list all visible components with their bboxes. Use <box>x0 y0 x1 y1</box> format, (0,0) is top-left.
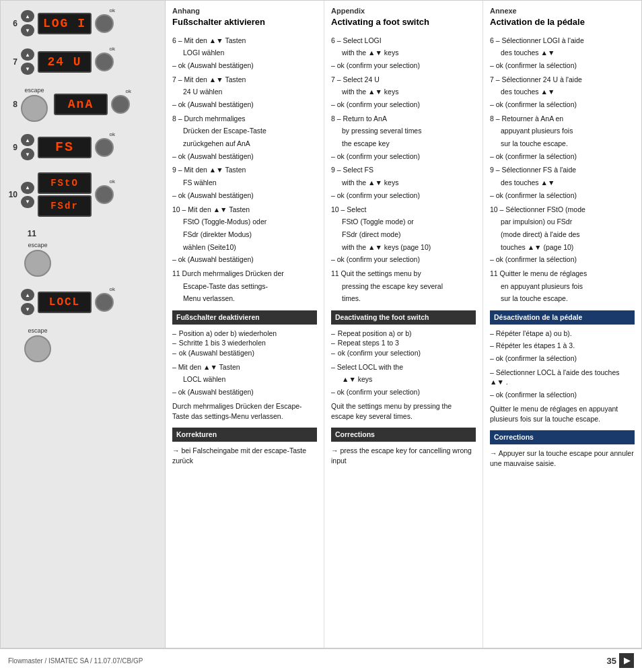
page-num-box: ▶ <box>619 653 634 668</box>
col1-step-9: 9 – Mit den ▲▼ Tasten FS wählen – ok (Au… <box>172 165 317 200</box>
display-10b: FSdr <box>38 195 92 217</box>
col2-header-line1: Appendix <box>331 6 476 16</box>
col2-s7-l3: – ok (confirm your selection) <box>331 100 476 110</box>
col3-corr-text: → Appuyer sur la touche escape pour annu… <box>490 448 635 468</box>
col2-s9-l2: with the ▲▼ keys <box>331 178 476 188</box>
col2-dex3: – ok (confirm your selection) <box>331 387 476 397</box>
col2-dex1: – Select LOCL with the <box>331 362 476 372</box>
col3-s8-l1: 8 – Retourner à AnA en <box>490 114 635 124</box>
display-locl: LOCL <box>38 292 92 313</box>
col2-deact-extra: – Select LOCL with the ▲▼ keys – ok (con… <box>331 362 476 397</box>
escape-btn-11[interactable] <box>24 250 51 277</box>
col1-header-line2: Fußschalter aktivieren <box>172 16 317 28</box>
col1-deact-b1: –Position a) oder b) wiederholen <box>172 329 317 339</box>
display-8: AnA <box>54 94 108 115</box>
ok-wrap-8: ok <box>111 95 130 114</box>
col1-s8-l1: 8 – Durch mehrmaliges <box>172 114 317 124</box>
row-number-6: 6 <box>5 19 17 28</box>
col3-s9-l3: – ok (confirmer la sélection) <box>490 191 635 201</box>
up-btn-10[interactable]: ▲ <box>21 182 34 194</box>
col2-s10-l4: with the ▲▼ keys (page 10) <box>331 242 476 253</box>
col2-deact-b2: –Repeat steps 1 to 3 <box>331 338 476 348</box>
col3-step-8: 8 – Retourner à AnA en appuyant plusieur… <box>490 114 635 162</box>
down-btn-10[interactable]: ▼ <box>21 196 34 208</box>
ok-btn-7[interactable] <box>95 53 114 71</box>
col1-header: Anhang Fußschalter aktivieren <box>172 6 317 29</box>
device-row-10: 10 ▲ ▼ FStO FSdr ok <box>4 170 162 220</box>
down-btn-locl[interactable]: ▼ <box>21 303 34 315</box>
col1-deact-b2: –Schritte 1 bis 3 wiederholen <box>172 338 317 348</box>
double-display-10: FStO FSdr <box>38 172 92 217</box>
col3-deact-b1: – Répéter l'étape a) ou b). <box>490 329 635 339</box>
col3-s9-l2: des touches ▲▼ <box>490 178 635 188</box>
col1-s6-l3: – ok (Auswahl bestätigen) <box>172 61 317 71</box>
content-area: Anhang Fußschalter aktivieren 6 – Mit de… <box>166 1 641 648</box>
row-number-7: 7 <box>5 57 17 67</box>
col1-s11-l3: Menu verlassen. <box>172 294 317 304</box>
col3-step-10: 10 – Sélectionner FStO (mode par impulsi… <box>490 205 635 265</box>
col1-s10-l1: 10 – Mit den ▲▼ Tasten <box>172 205 317 215</box>
col2-s10-l5: – ok (confirm your selection) <box>331 255 476 265</box>
device-row-11: 11 escape <box>4 226 162 279</box>
col3-deactivate-title: Désactivation de la pédale <box>490 310 635 325</box>
escape-btn-final[interactable] <box>24 335 51 362</box>
ok-label-7: ok <box>110 46 115 52</box>
col1-s6-l1: 6 – Mit den ▲▼ Tasten <box>172 36 317 46</box>
col1-s8-l4: – ok (Auswahl bestätigen) <box>172 152 317 162</box>
col1-s11-l2: Escape-Taste das settings- <box>172 281 317 292</box>
col2-deact-para: Quit the settings menu by pressing the e… <box>331 401 476 421</box>
ok-btn-10[interactable] <box>95 185 114 204</box>
col1-step-6: 6 – Mit den ▲▼ Tasten LOGI wählen – ok (… <box>172 36 317 71</box>
col1-deact-para: Durch mehrmaliges Drücken der Escape-Tas… <box>172 401 317 421</box>
col3-s10-l4: touches ▲▼ (page 10) <box>490 242 635 253</box>
col3-step-11: 11 Quitter le menu de réglages en appuya… <box>490 269 635 304</box>
ok-btn-8[interactable] <box>111 95 130 114</box>
ok-btn-6[interactable] <box>95 14 114 33</box>
col1-dex2: LOCL wählen <box>172 374 317 384</box>
ok-btn-9[interactable] <box>95 138 114 157</box>
footer-left: Flowmaster / ISMATEC SA / 11.07.07/CB/GP <box>8 657 143 665</box>
col1-corrections-title: Korrekturen <box>172 428 317 442</box>
col3-deact-extra: – Sélectionner LOCL à l'aide des touches… <box>490 368 635 400</box>
ok-wrap-6: ok <box>95 14 114 33</box>
up-btn-6[interactable]: ▲ <box>21 10 34 22</box>
device-row-9: 9 ▲ ▼ FS ok <box>4 131 162 163</box>
col2-s6-l1: 6 – Select LOGI <box>331 36 476 46</box>
col-french: Annexe Activation de la pédale 6 – Sélec… <box>483 1 641 648</box>
down-btn-7[interactable]: ▼ <box>21 63 34 75</box>
col1-s7-l3: – ok (Auswahl bestätigen) <box>172 100 317 110</box>
col3-header: Annexe Activation de la pédale <box>490 6 635 29</box>
col2-step-7: 7 – Select 24 U with the ▲▼ keys – ok (c… <box>331 75 476 110</box>
col1-dex1: – Mit den ▲▼ Tasten <box>172 362 317 372</box>
col1-corrections-text: → bei Falscheingabe mit der escape-Taste… <box>172 446 317 465</box>
col2-s10-l3: FSdr (direct mode) <box>331 230 476 240</box>
col3-header-line2: Activation de la pédale <box>490 16 635 28</box>
page-number: 35 ▶ <box>607 653 634 668</box>
col2-s8-l4: – ok (confirm your selection) <box>331 152 476 162</box>
col3-s8-l4: – ok (confirmer la sélection) <box>490 152 635 162</box>
col2-corrections-title: Corrections <box>331 428 476 442</box>
ok-btn-locl[interactable] <box>95 293 114 312</box>
col3-s11-l2: en appuyant plusieurs fois <box>490 281 635 292</box>
ok-label-6: ok <box>110 7 115 13</box>
col2-s7-l1: 7 – Select 24 U <box>331 75 476 85</box>
down-btn-9[interactable]: ▼ <box>21 148 34 160</box>
col1-deactivate-title: Fußschalter deaktivieren <box>172 310 317 325</box>
col1-s8-l2: Drücken der Escape-Taste <box>172 126 317 136</box>
row-number-8: 8 <box>5 100 17 109</box>
escape-wrap-final: escape <box>24 327 51 362</box>
up-btn-9[interactable]: ▲ <box>21 134 34 146</box>
col2-dex2: ▲▼ keys <box>331 374 476 384</box>
col-english: Appendix Activating a foot switch 6 – Se… <box>324 1 483 648</box>
col1-s7-l1: 7 – Mit den ▲▼ Tasten <box>172 75 317 85</box>
row-number-10: 10 <box>5 190 17 199</box>
col1-step-8: 8 – Durch mehrmaliges Drücken der Escape… <box>172 114 317 162</box>
escape-label-11: escape <box>28 242 47 248</box>
up-btn-locl[interactable]: ▲ <box>21 289 34 301</box>
col2-deactivate-title: Deactivating the foot switch <box>331 310 476 325</box>
down-btn-6[interactable]: ▼ <box>21 24 34 36</box>
escape-btn-8[interactable] <box>21 95 48 122</box>
col1-header-line1: Anhang <box>172 6 317 16</box>
up-btn-7[interactable]: ▲ <box>21 48 34 61</box>
col3-corrections-title: Corrections <box>490 430 635 444</box>
